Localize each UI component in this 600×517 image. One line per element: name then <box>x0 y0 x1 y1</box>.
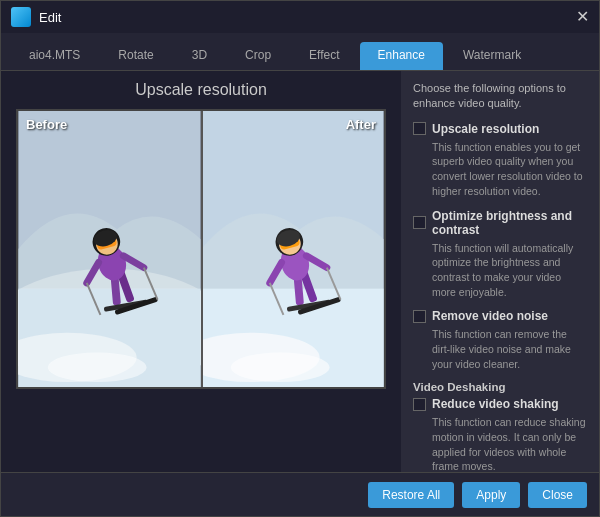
restore-all-button[interactable]: Restore All <box>368 482 454 508</box>
option-brightness-label: Optimize brightness and contrast <box>432 209 587 237</box>
preview-title: Upscale resolution <box>135 81 267 99</box>
option-deshaking-header: Reduce video shaking <box>413 397 587 411</box>
close-button[interactable]: Close <box>528 482 587 508</box>
tab-file[interactable]: aio4.MTS <box>11 42 98 70</box>
option-brightness-desc: This function will automatically optimiz… <box>413 241 587 300</box>
window-title: Edit <box>39 10 61 25</box>
title-bar: Edit ✕ <box>1 1 599 33</box>
bottom-bar: Restore All Apply Close <box>1 472 599 516</box>
apply-button[interactable]: Apply <box>462 482 520 508</box>
tab-effect[interactable]: Effect <box>291 42 357 70</box>
preview-after: After <box>201 111 384 387</box>
option-noise-desc: This function can remove the dirt-like v… <box>413 327 587 371</box>
bottom-right-buttons: Restore All Apply Close <box>368 482 587 508</box>
deshaking-section-title: Video Deshaking <box>413 381 587 393</box>
option-upscale: Upscale resolution This function enables… <box>413 122 587 199</box>
svg-point-34 <box>231 353 330 383</box>
main-content: Upscale resolution Before <box>1 71 599 472</box>
checkbox-noise[interactable] <box>413 310 426 323</box>
option-brightness-header: Optimize brightness and contrast <box>413 209 587 237</box>
tab-crop[interactable]: Crop <box>227 42 289 70</box>
tab-rotate[interactable]: Rotate <box>100 42 171 70</box>
checkbox-brightness[interactable] <box>413 216 426 229</box>
option-noise-header: Remove video noise <box>413 309 587 323</box>
after-image <box>201 111 384 387</box>
left-panel: Upscale resolution Before <box>1 71 401 472</box>
tab-watermark[interactable]: Watermark <box>445 42 539 70</box>
app-icon <box>11 7 31 27</box>
option-noise-label: Remove video noise <box>432 309 548 323</box>
enhance-intro: Choose the following options to enhance … <box>413 81 587 112</box>
option-upscale-desc: This function enables you to get superb … <box>413 140 587 199</box>
title-bar-left: Edit <box>11 7 61 27</box>
tab-enhance[interactable]: Enhance <box>360 42 443 70</box>
option-noise: Remove video noise This function can rem… <box>413 309 587 371</box>
tab-3d[interactable]: 3D <box>174 42 225 70</box>
option-upscale-label: Upscale resolution <box>432 122 539 136</box>
option-deshaking-desc: This function can reduce shaking motion … <box>413 415 587 472</box>
checkbox-upscale[interactable] <box>413 122 426 135</box>
checkbox-deshaking[interactable] <box>413 398 426 411</box>
right-panel: Choose the following options to enhance … <box>401 71 599 472</box>
close-icon[interactable]: ✕ <box>576 9 589 25</box>
option-upscale-header: Upscale resolution <box>413 122 587 136</box>
option-deshaking-section: Video Deshaking Reduce video shaking Thi… <box>413 381 587 472</box>
preview-before: Before <box>18 111 201 387</box>
option-brightness: Optimize brightness and contrast This fu… <box>413 209 587 300</box>
preview-container: Before <box>16 109 386 389</box>
after-label: After <box>346 117 376 132</box>
svg-point-17 <box>48 353 147 383</box>
tab-bar: aio4.MTS Rotate 3D Crop Effect Enhance W… <box>1 33 599 71</box>
preview-divider <box>201 111 203 387</box>
option-deshaking-label: Reduce video shaking <box>432 397 559 411</box>
before-image <box>18 111 201 387</box>
before-label: Before <box>26 117 67 132</box>
edit-window: Edit ✕ aio4.MTS Rotate 3D Crop Effect En… <box>0 0 600 517</box>
